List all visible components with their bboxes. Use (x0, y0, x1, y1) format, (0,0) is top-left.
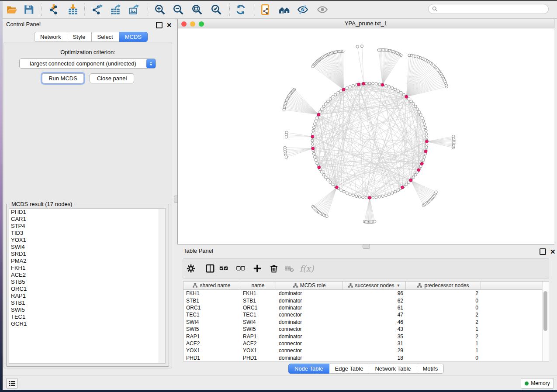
table-row[interactable]: STB1STB1dominator620 (183, 297, 549, 304)
graph-mcds-node[interactable] (409, 179, 412, 182)
graph-node[interactable] (349, 193, 351, 196)
graph-node[interactable] (320, 171, 323, 173)
graph-node[interactable] (320, 108, 323, 110)
graph-node[interactable] (422, 159, 425, 162)
tab-select[interactable]: Select (92, 32, 119, 42)
tab-style[interactable]: Style (67, 32, 92, 42)
cell-predecessor_nodes[interactable]: 1 (406, 326, 481, 332)
graph-node[interactable] (355, 195, 358, 197)
save-session-icon[interactable] (21, 3, 37, 17)
cell-successor_nodes[interactable]: 62 (343, 298, 406, 304)
tab-network-table[interactable]: Network Table (369, 364, 417, 374)
graph-node[interactable] (423, 123, 426, 125)
cell-mcds_role[interactable]: dominator (276, 305, 343, 311)
cell-shared_name[interactable]: RAP1 (183, 334, 240, 340)
mcds-result-item[interactable]: STB5 (9, 279, 165, 285)
zoom-in-icon[interactable] (152, 3, 168, 17)
table-row[interactable]: SWI4SWI4dominator462 (183, 319, 549, 326)
graph-mcds-node[interactable] (357, 83, 360, 86)
tab-motifs[interactable]: Motifs (417, 364, 444, 374)
cell-predecessor_nodes[interactable]: 2 (406, 290, 481, 296)
cell-shared_name[interactable]: STB1 (183, 298, 240, 304)
graph-node[interactable] (352, 84, 354, 87)
zoom-out-icon[interactable] (170, 3, 187, 17)
cell-mcds_role[interactable]: connector (276, 312, 343, 318)
graph-node[interactable] (325, 176, 327, 179)
cell-mcds_role[interactable]: dominator (276, 319, 343, 325)
houses-icon[interactable] (276, 3, 293, 17)
graph-node[interactable] (397, 89, 399, 92)
mcds-result-item[interactable]: YOX1 (9, 237, 165, 244)
cell-successor_nodes[interactable]: 18 (343, 355, 406, 361)
graph-node[interactable] (408, 98, 410, 100)
optimization-criterion-select[interactable]: largest connected component (undirected)… (19, 58, 156, 69)
graph-mcds-node[interactable] (311, 135, 314, 138)
graph-leaf-node[interactable] (360, 45, 363, 48)
table-row[interactable]: RAP1RAP1dominator352 (183, 333, 549, 340)
cell-predecessor_nodes[interactable]: 2 (406, 334, 481, 340)
mcds-result-item[interactable]: SRD1 (9, 251, 165, 258)
graph-mcds-node[interactable] (417, 168, 420, 172)
graph-leaf-node[interactable] (325, 215, 328, 217)
graph-node[interactable] (402, 93, 405, 96)
refresh-icon[interactable] (232, 3, 249, 17)
cell-successor_nodes[interactable]: 43 (343, 326, 406, 332)
export-network-icon[interactable] (89, 3, 106, 17)
graph-node[interactable] (352, 194, 354, 196)
graph-node[interactable] (412, 103, 415, 105)
graph-node[interactable] (313, 123, 316, 125)
table-panel-float-icon[interactable] (540, 248, 546, 255)
import-network-icon[interactable] (45, 3, 62, 17)
cell-shared_name[interactable]: SWI4 (183, 319, 240, 325)
graph-mcds-node[interactable] (318, 166, 321, 169)
tab-network[interactable]: Network (34, 32, 67, 42)
graph-node[interactable] (312, 152, 315, 155)
graph-leaf-node[interactable] (285, 136, 287, 138)
graph-node[interactable] (416, 108, 419, 110)
cell-predecessor_nodes[interactable]: 2 (406, 319, 481, 325)
graph-node[interactable] (426, 136, 428, 138)
graph-mcds-node[interactable] (317, 113, 320, 116)
open-file-icon[interactable] (3, 3, 20, 17)
graph-node[interactable] (423, 155, 426, 158)
mcds-result-item[interactable]: PMA2 (9, 258, 165, 265)
table-row[interactable]: SWI5SWI5connector431 (183, 326, 549, 333)
task-history-button[interactable] (6, 378, 18, 389)
graph-mcds-node[interactable] (368, 196, 371, 199)
graph-node[interactable] (388, 193, 391, 196)
graph-node[interactable] (327, 100, 329, 103)
graph-node[interactable] (394, 190, 397, 193)
graph-node[interactable] (391, 87, 394, 89)
graph-node[interactable] (425, 129, 427, 132)
export-table-icon[interactable] (107, 3, 124, 17)
graph-leaf-node[interactable] (408, 54, 411, 57)
mcds-result-item[interactable]: ACE2 (9, 272, 165, 279)
cell-successor_nodes[interactable]: 47 (343, 312, 406, 318)
cell-name[interactable]: TEC1 (240, 312, 276, 318)
graph-node[interactable] (346, 87, 348, 89)
cell-predecessor_nodes[interactable]: 1 (406, 340, 481, 347)
graph-node[interactable] (421, 117, 423, 119)
graph-node[interactable] (378, 196, 381, 198)
export-image-icon[interactable] (125, 3, 142, 17)
graph-leaf-node[interactable] (377, 49, 380, 52)
graph-node[interactable] (391, 192, 394, 194)
cell-successor_nodes[interactable]: 29 (343, 347, 406, 354)
deselect-checkboxes-icon[interactable] (234, 262, 248, 275)
graph-mcds-node[interactable] (401, 186, 404, 189)
graph-node[interactable] (316, 162, 318, 165)
mcds-result-item[interactable]: TID3 (9, 230, 165, 237)
column-header-successor-nodes[interactable]: successor nodes▼ (343, 282, 406, 290)
graph-mcds-node[interactable] (342, 88, 345, 91)
graph-node[interactable] (424, 126, 426, 129)
graph-node[interactable] (372, 82, 374, 85)
table-row[interactable]: FKH1FKH1dominator962 (183, 290, 549, 297)
column-header-MCDS-role[interactable]: MCDS role (276, 282, 343, 290)
settings-gear-icon[interactable] (184, 262, 198, 275)
graph-leaf-node[interactable] (356, 45, 359, 48)
graph-node[interactable] (315, 120, 317, 122)
tab-node-table[interactable]: Node Table (288, 364, 329, 374)
graph-node[interactable] (378, 83, 381, 86)
mcds-result-item[interactable]: PHD1 (9, 209, 165, 216)
control-panel-close-icon[interactable]: ✕ (166, 22, 172, 28)
